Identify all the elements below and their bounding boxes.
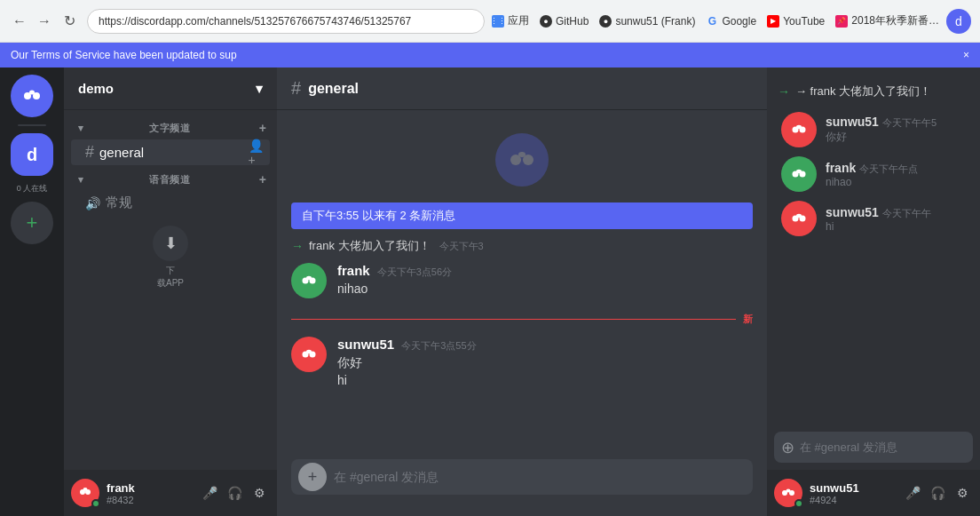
refresh-button[interactable]: ↻: [59, 11, 80, 32]
voice-channel-category: ▾ 语音频道 + 🔊 常规: [64, 169, 277, 215]
member-item-frank[interactable]: frank 今天下午午点 nihao: [774, 153, 973, 195]
server-name: demo: [78, 81, 114, 96]
download-icon: ⬇: [153, 226, 188, 261]
bookmark-2018[interactable]: 📌 2018年秋季新番…: [835, 13, 939, 28]
new-messages-divider: 新: [291, 313, 753, 326]
browser-nav-buttons: ← → ↻: [9, 11, 80, 32]
right-status-dot: [794, 499, 803, 508]
sunwu51-avatar: [291, 337, 327, 372]
github-icon-2: ●: [599, 15, 612, 28]
notification-close-button[interactable]: ×: [963, 49, 969, 61]
left-mute-button[interactable]: 🎤: [199, 482, 220, 504]
member-info-sunwu51-2: sunwu51 今天下午午 hi: [826, 205, 966, 233]
voice-category-header[interactable]: ▾ 语音频道 +: [64, 169, 277, 190]
right-settings-button[interactable]: ⚙: [952, 482, 973, 504]
member-item-sunwu51-1[interactable]: sunwu51 今天下午午5 你好: [774, 108, 973, 151]
sunwu51-username: sunwu51: [337, 337, 394, 352]
member-item-sunwu51-2[interactable]: sunwu51 今天下午午 hi: [774, 197, 973, 240]
channel-item-general[interactable]: # general 👤+: [71, 139, 270, 165]
bookmark-youtube[interactable]: ▶ YouTube: [767, 15, 825, 28]
server-name-header[interactable]: demo ▾: [64, 67, 277, 110]
svg-point-17: [796, 125, 802, 129]
bookmark-2018-label: 2018年秋季新番…: [851, 13, 939, 28]
left-user-info: frank #8432: [107, 481, 192, 505]
bookmark-google[interactable]: G Google: [706, 15, 756, 28]
left-username: frank: [107, 481, 192, 495]
chat-input-box: +: [291, 459, 753, 495]
system-arrow-icon: →: [291, 239, 304, 253]
discord-app: d 0 人在线 + demo ▾ ▾ 文字频道 + # general 👤+: [0, 67, 980, 516]
right-input-area: ⊕: [767, 432, 980, 470]
text-category-header[interactable]: ▾ 文字频道 +: [64, 117, 277, 139]
notification-text: Our Terms of Service have been updated t…: [11, 49, 237, 61]
google-icon: G: [706, 15, 718, 28]
bookmark-apps-label: 应用: [508, 13, 529, 28]
forward-button[interactable]: →: [34, 11, 55, 32]
left-user-controls: 🎤 🎧 ⚙: [199, 482, 270, 504]
discord-home-button[interactable]: [11, 75, 53, 117]
new-messages-banner[interactable]: 自下午3:55 以来有 2 条新消息: [291, 202, 753, 229]
right-system-join: → → frank 大佬加入了我们！: [774, 82, 973, 101]
left-settings-button[interactable]: ⚙: [249, 482, 270, 504]
server-icon-demo[interactable]: d: [11, 133, 53, 176]
new-divider-line: [291, 319, 736, 320]
url-bar[interactable]: https://discordapp.com/channels/51325767…: [87, 9, 485, 34]
chat-header: # general: [277, 67, 767, 110]
bookmark-github-2[interactable]: ● sunwu51 (Frank): [599, 15, 695, 28]
back-button[interactable]: ←: [9, 11, 30, 32]
right-system-arrow: →: [778, 84, 790, 99]
online-count: 0 人在线: [17, 183, 48, 194]
channel-user-add-icon[interactable]: 👤+: [249, 146, 263, 160]
voice-category-chevron: ▾: [78, 174, 84, 186]
download-app-section[interactable]: ⬇ 下载APP: [64, 218, 277, 297]
bookmark-frank-label: sunwu51 (Frank): [615, 15, 695, 28]
text-category-chevron: ▾: [78, 123, 84, 134]
right-input-box: ⊕: [774, 432, 973, 463]
new-messages-text: 自下午3:55 以来有 2 条新消息: [302, 209, 455, 222]
youtube-icon: ▶: [767, 15, 779, 28]
right-chat-input-field[interactable]: [800, 432, 966, 463]
apps-icon: ⋮⋮: [492, 15, 504, 28]
message-group-frank: frank 今天下午3点56分 nihao: [277, 259, 767, 302]
main-chat-area: # general 自下午3:55 以来有 2 条新消息: [277, 67, 767, 516]
message-group-sunwu51: sunwu51 今天下午3点55分 你好 hi: [277, 333, 767, 393]
add-server-button[interactable]: +: [11, 202, 53, 244]
chat-input-field[interactable]: [334, 459, 746, 495]
bookmark-github-1[interactable]: ● GitHub: [540, 15, 589, 28]
chat-channel-name: general: [308, 81, 359, 97]
member-time-sunwu51-1: 今天下午午5: [882, 116, 937, 130]
sunwu51-message-header: sunwu51 今天下午3点55分: [337, 337, 753, 353]
bookmark-apps[interactable]: ⋮⋮ 应用: [492, 13, 529, 28]
add-text-channel-button[interactable]: +: [256, 121, 270, 135]
sunwu51-message-text-1: 你好: [337, 354, 753, 372]
bookmarks-bar: ⋮⋮ 应用 ● GitHub ● sunwu51 (Frank) G Googl…: [492, 13, 939, 28]
right-deafen-button[interactable]: 🎧: [927, 482, 948, 504]
voice-channel-icon: 🔊: [85, 196, 100, 210]
left-user-bar: frank #8432 🎤 🎧 ⚙: [64, 470, 277, 516]
system-join-message: → frank 大佬加入了我们！ 今天下午3: [277, 236, 767, 256]
svg-point-26: [786, 489, 791, 493]
right-attachment-button[interactable]: ⊕: [781, 438, 794, 457]
text-category-label: 文字频道: [149, 122, 190, 135]
right-username: sunwu51: [810, 481, 895, 495]
right-mute-button[interactable]: 🎤: [902, 482, 923, 504]
left-deafen-button[interactable]: 🎧: [224, 482, 245, 504]
frank-message-text: nihao: [337, 281, 753, 298]
sunwu51-message-time: 今天下午3点55分: [401, 339, 476, 353]
right-user-tag: #4924: [810, 495, 895, 505]
sunwu51-message-content: sunwu51 今天下午3点55分 你好 hi: [337, 337, 753, 389]
bookmark-google-label: Google: [722, 15, 756, 28]
frank-message-time: 今天下午3点56分: [377, 266, 452, 279]
voice-channel-regular[interactable]: 🔊 常规: [71, 191, 270, 215]
frank-message-content: frank 今天下午3点56分 nihao: [337, 263, 753, 298]
chat-attachment-button[interactable]: +: [298, 463, 327, 491]
bookmark-github-label-1: GitHub: [556, 15, 589, 28]
add-voice-channel-button[interactable]: +: [256, 172, 270, 187]
notification-bar: Our Terms of Service have been updated t…: [0, 43, 980, 67]
github-icon-1: ●: [540, 15, 552, 28]
right-user-controls: 🎤 🎧 ⚙: [902, 482, 973, 504]
mascot-icon: [495, 133, 549, 187]
member-message-sunwu51-2: hi: [826, 220, 966, 233]
mascot-area: [291, 124, 753, 195]
member-name-sunwu51-2: sunwu51: [826, 205, 879, 219]
